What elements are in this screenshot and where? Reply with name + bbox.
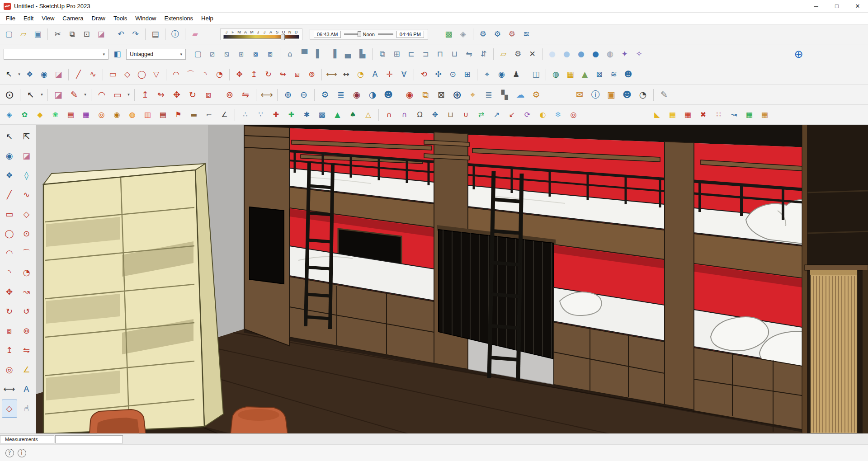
pie-tool[interactable]: ◔ [19, 263, 34, 282]
tape-large[interactable]: ⟷ [259, 87, 274, 103]
offset-large[interactable]: ⊚ [222, 87, 237, 103]
ext-table[interactable]: ▦ [757, 108, 772, 122]
solid-intersect[interactable]: ⧄ [205, 47, 219, 61]
text[interactable]: A [368, 68, 382, 81]
zoom-out[interactable]: ⊖ [296, 87, 311, 103]
time-track-left[interactable] [344, 33, 359, 35]
divider-column-c[interactable] [665, 141, 694, 410]
zoom-tool[interactable]: ⊙ [2, 87, 17, 103]
date-slider-thumb[interactable] [281, 34, 285, 40]
soften-edges-50[interactable]: ● [560, 47, 574, 61]
toggle-terrain[interactable]: ◈ [456, 28, 470, 41]
move-tool[interactable]: ✥ [2, 283, 17, 301]
orbit[interactable]: ⟲ [417, 68, 431, 81]
shadow-time-slider[interactable]: 06:43 AM Noon 04:46 PM [310, 29, 428, 40]
magic-wand[interactable]: ✦ [618, 47, 632, 61]
geo-globe[interactable]: ◍ [549, 68, 563, 81]
ext-report[interactable]: ▤ [156, 108, 170, 122]
close-button[interactable]: ✕ [847, 0, 868, 12]
spin-tool[interactable]: ↺ [19, 302, 34, 320]
push-pull-large[interactable]: ↥ [137, 87, 153, 103]
ext-path-line[interactable]: ∵ [253, 108, 268, 122]
redo[interactable]: ↷ [128, 28, 142, 41]
view-front[interactable]: ▌ [312, 47, 326, 61]
pan[interactable]: ✣ [431, 68, 445, 81]
ext-plant[interactable]: ❀ [48, 108, 63, 122]
ext-grid-yellow[interactable]: ▦ [665, 108, 680, 122]
scale-tool[interactable]: ⧈ [2, 322, 17, 340]
view-top[interactable]: ▀ [297, 47, 311, 61]
export-snippet[interactable]: ⧉ [418, 87, 433, 103]
minimize-button[interactable]: ─ [806, 0, 826, 12]
mirror-tool[interactable]: ⇋ [19, 341, 34, 359]
rotated-rectangle[interactable]: ◇ [120, 68, 134, 81]
time-track-right[interactable] [378, 33, 393, 35]
credits-info[interactable]: i [16, 447, 28, 459]
push-pull[interactable]: ↥ [247, 68, 261, 81]
line-tool[interactable]: ╱ [2, 186, 17, 204]
ext-delete-x[interactable]: ✖ [696, 108, 711, 122]
ext-import[interactable]: ↙ [505, 108, 519, 122]
ext-dot-grid[interactable]: ▩ [315, 108, 330, 122]
section-plane[interactable]: ◫ [529, 68, 543, 81]
erase-selected[interactable]: ◪ [94, 28, 108, 41]
protractor[interactable]: ◔ [354, 68, 368, 81]
3d-viewport[interactable] [36, 125, 868, 433]
date-gradient-track[interactable] [223, 35, 299, 39]
texture-checker[interactable]: ▚ [497, 87, 512, 103]
ext-cone[interactable]: ▲ [330, 108, 345, 122]
add-location[interactable]: ▩ [442, 28, 456, 41]
make-component[interactable]: ❖ [23, 68, 37, 81]
save[interactable]: ▣ [31, 28, 45, 41]
outliner[interactable]: ≣ [333, 87, 349, 103]
ext-library[interactable]: ▤ [63, 108, 78, 122]
grid-tool[interactable]: ▦ [563, 68, 577, 81]
circle-tool[interactable]: ◯ [2, 225, 17, 243]
ext-mountain[interactable]: △ [361, 108, 376, 122]
zoom[interactable]: ⊙ [446, 68, 460, 81]
ext-panels[interactable]: ▥ [140, 108, 155, 122]
shadow-start-time[interactable]: 06:43 AM [314, 31, 341, 38]
pie[interactable]: ◔ [212, 68, 226, 81]
line-large[interactable]: ✎ [66, 87, 82, 103]
add-item[interactable]: ⊕ [449, 87, 465, 103]
eraser-tool[interactable]: ◪ [19, 147, 34, 165]
outer-shell[interactable]: ▢ [191, 47, 205, 61]
stamp[interactable]: ⊠ [592, 68, 606, 81]
solid-subtract[interactable]: ⧆ [234, 47, 248, 61]
shadow-end-time[interactable]: 04:46 PM [396, 31, 424, 38]
menu-camera[interactable]: Camera [58, 13, 87, 24]
copy-array[interactable]: ⧉ [375, 47, 389, 61]
delete-guides[interactable]: ▰ [188, 28, 202, 41]
three-point-arc-tool[interactable]: ◝ [2, 263, 17, 282]
point-tool[interactable]: ◎ [2, 361, 17, 379]
ext-tree[interactable]: ♠ [345, 108, 360, 122]
dimension-tool[interactable]: ⟷ [2, 380, 17, 398]
ext-spin[interactable]: ⟳ [520, 108, 535, 122]
rectangle-tool[interactable]: ▭ [2, 205, 17, 223]
paint-bucket-tool[interactable]: ◉ [2, 147, 17, 165]
rotated-rect-active-tool[interactable]: ◇ [2, 400, 17, 418]
ext-move-all[interactable]: ✥ [428, 108, 443, 122]
rotate-tool[interactable]: ↻ [2, 302, 17, 320]
materials[interactable]: ◉ [349, 87, 364, 103]
soften-edges-25[interactable]: ● [545, 47, 559, 61]
view-back[interactable]: ▄ [341, 47, 355, 61]
arc-large[interactable]: ◠ [94, 87, 109, 103]
ext-flag[interactable]: ⚑ [171, 108, 186, 122]
flip-horizontal[interactable]: ⇋ [462, 47, 476, 61]
settings-advanced[interactable]: ⚙ [528, 87, 544, 103]
ext-roll[interactable]: ◉ [109, 108, 124, 122]
ext-star-blue[interactable]: ✱ [299, 108, 314, 122]
menu-file[interactable]: File [2, 13, 19, 24]
orient-faces[interactable]: ⌖ [465, 87, 481, 103]
shadow-date-slider[interactable]: JFMAMJJASOND [220, 28, 302, 40]
paint-can[interactable]: ◉ [402, 87, 417, 103]
ext-gem[interactable]: ◆ [33, 108, 47, 122]
scale-large[interactable]: ⧈ [201, 87, 216, 103]
ext-horseshoe[interactable]: ∩ [382, 108, 396, 122]
close-panel[interactable]: ✕ [525, 47, 539, 61]
zoom-in[interactable]: ⊕ [280, 87, 296, 103]
select-tool[interactable]: ↖ [2, 127, 17, 146]
ext-curve[interactable]: ↝ [726, 108, 741, 122]
